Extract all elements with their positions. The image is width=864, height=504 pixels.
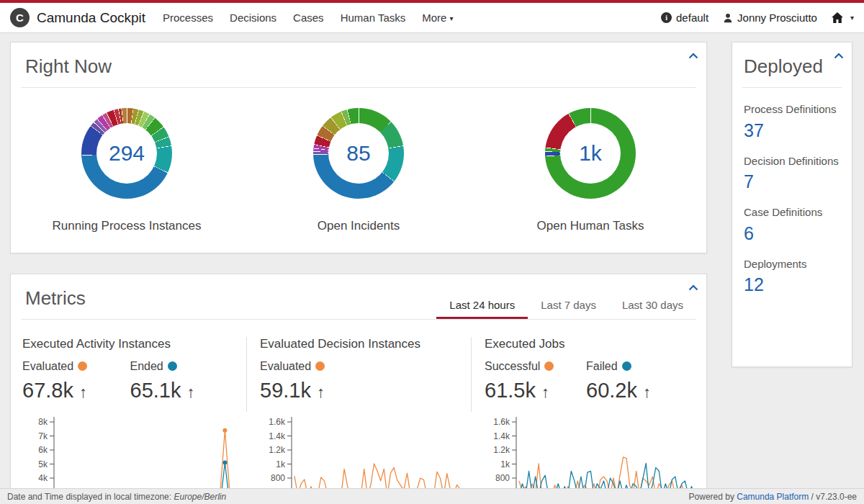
- user-name: Jonny Prosciutto: [737, 12, 817, 24]
- navbar: C Camunda Cockpit Processes Decisions Ca…: [0, 3, 864, 33]
- panel-title: Right Now: [11, 42, 706, 87]
- case-definitions-count[interactable]: 6: [744, 223, 840, 244]
- stat-failed: Failed 60.2k↑: [586, 360, 688, 402]
- main-nav: Processes Decisions Cases Human Tasks Mo…: [163, 12, 469, 24]
- stat-successful: Successful 61.5k↑: [485, 360, 586, 402]
- legend-dot-icon: [78, 361, 87, 371]
- trend-up-icon: ↑: [317, 383, 325, 401]
- svg-text:8k: 8k: [38, 417, 48, 427]
- trend-up-icon: ↑: [541, 383, 549, 401]
- legend-dot-icon: [622, 361, 631, 371]
- timezone-note: Date and Time displayed in local timezon…: [7, 492, 226, 502]
- svg-text:5k: 5k: [38, 459, 48, 469]
- panel-title: Metrics: [21, 274, 90, 319]
- deployed-item-label: Case Definitions: [744, 204, 840, 221]
- process-definitions-count[interactable]: 37: [744, 120, 840, 141]
- metric-title: Evaluated Decision Instances: [260, 337, 462, 351]
- metric-columns: Executed Activity Instances Evaluated 67…: [11, 320, 706, 504]
- tab-last-30-days[interactable]: Last 30 days: [609, 292, 696, 319]
- home-icon: [832, 12, 843, 23]
- metrics-panel: Metrics Last 24 hours Last 7 days Last 3…: [10, 274, 707, 504]
- navbar-right: i default Jonny Prosciutto ▾: [661, 12, 854, 24]
- tab-last-24-hours[interactable]: Last 24 hours: [436, 292, 528, 319]
- home-menu[interactable]: ▾: [832, 12, 854, 23]
- brand[interactable]: C Camunda Cockpit: [10, 8, 145, 27]
- svg-text:800: 800: [495, 473, 510, 483]
- timezone-value: Europe/Berlin: [174, 492, 226, 502]
- engine-selector[interactable]: i default: [661, 12, 708, 24]
- deployed-panel: Deployed Process Definitions 37 Decision…: [732, 42, 852, 367]
- chevron-down-icon: ▾: [449, 14, 453, 22]
- nav-cases[interactable]: Cases: [293, 12, 324, 24]
- right-now-panel: Right Now 294 Running Process Instances …: [10, 42, 707, 253]
- chevron-down-icon: ▾: [850, 14, 854, 22]
- metric-title: Executed Activity Instances: [22, 337, 238, 351]
- donut-row: 294 Running Process Instances 85 Open In…: [11, 88, 706, 233]
- stat-evaluated: Evaluated 59.1k↑: [260, 360, 375, 402]
- stat-value: 67.8k: [22, 379, 73, 402]
- decision-definitions-count[interactable]: 7: [744, 171, 840, 192]
- info-icon: i: [661, 12, 672, 23]
- trend-up-icon: ↑: [186, 383, 194, 401]
- open-incidents: 85 Open Incidents: [243, 108, 474, 233]
- donut-chart-open-incidents[interactable]: 85: [313, 108, 404, 199]
- camunda-logo: C: [10, 8, 30, 27]
- svg-text:7k: 7k: [38, 431, 48, 441]
- stat-value: 60.2k: [586, 379, 637, 402]
- trend-up-icon: ↑: [643, 383, 651, 401]
- stat-ended: Ended 65.1k↑: [130, 360, 238, 402]
- donut-label: Open Human Tasks: [474, 219, 706, 233]
- collapse-panel-icon[interactable]: [688, 49, 698, 62]
- deployed-item-label: Decision Definitions: [744, 153, 840, 170]
- svg-text:1.2k: 1.2k: [493, 445, 510, 455]
- collapse-panel-icon[interactable]: [834, 49, 844, 62]
- nav-processes[interactable]: Processes: [163, 12, 213, 24]
- stat-value: 65.1k: [130, 379, 181, 402]
- tab-last-7-days[interactable]: Last 7 days: [528, 292, 609, 319]
- deployed-item-label: Deployments: [744, 256, 840, 273]
- metric-col-executed-jobs: Executed Jobs Successful 61.5k↑ Failed 6…: [472, 337, 696, 504]
- metrics-range-tabs: Last 24 hours Last 7 days Last 30 days: [436, 292, 696, 319]
- camunda-platform-link[interactable]: Camunda Platform: [737, 492, 809, 502]
- metric-col-activity-instances: Executed Activity Instances Evaluated 67…: [22, 337, 247, 504]
- svg-text:6k: 6k: [38, 445, 48, 455]
- nav-more[interactable]: More▾: [422, 12, 453, 24]
- stat-value: 61.5k: [485, 379, 536, 402]
- deployments-count[interactable]: 12: [744, 274, 840, 295]
- trend-up-icon: ↑: [79, 383, 87, 401]
- footer: Date and Time displayed in local timezon…: [0, 488, 864, 504]
- svg-text:1k: 1k: [276, 459, 286, 469]
- svg-text:4k: 4k: [38, 473, 48, 483]
- svg-text:1.4k: 1.4k: [493, 431, 510, 441]
- collapse-panel-icon[interactable]: [688, 281, 698, 294]
- donut-value: 294: [96, 123, 157, 184]
- nav-decisions[interactable]: Decisions: [230, 12, 276, 24]
- donut-label: Open Incidents: [243, 219, 474, 233]
- open-human-tasks: 1k Open Human Tasks: [474, 108, 706, 233]
- svg-text:1.6k: 1.6k: [493, 417, 510, 427]
- svg-text:1k: 1k: [500, 459, 510, 469]
- stat-value: 59.1k: [260, 379, 311, 402]
- donut-chart-running-processes[interactable]: 294: [81, 108, 172, 199]
- donut-value: 85: [328, 123, 389, 184]
- donut-label: Running Process Instances: [11, 219, 243, 233]
- deployed-items: Process Definitions 37 Decision Definiti…: [732, 88, 852, 295]
- donut-value: 1k: [560, 123, 621, 184]
- svg-text:1.6k: 1.6k: [269, 417, 286, 427]
- stat-evaluated: Evaluated 67.8k↑: [22, 360, 130, 402]
- powered-by: Powered by Camunda Platform / v7.23.0-ee: [689, 492, 857, 502]
- deployed-item-label: Process Definitions: [744, 102, 840, 118]
- running-process-instances: 294 Running Process Instances: [11, 108, 243, 233]
- app-title: Camunda Cockpit: [37, 10, 145, 26]
- user-menu[interactable]: Jonny Prosciutto: [723, 12, 817, 24]
- svg-text:1.4k: 1.4k: [269, 431, 286, 441]
- metrics-header: Metrics Last 24 hours Last 7 days Last 3…: [21, 274, 696, 320]
- nav-human-tasks[interactable]: Human Tasks: [341, 12, 406, 24]
- legend-dot-icon: [168, 361, 177, 371]
- legend-dot-icon: [315, 361, 325, 371]
- metric-title: Executed Jobs: [485, 337, 688, 351]
- engine-name: default: [676, 12, 708, 24]
- svg-text:1.2k: 1.2k: [269, 445, 286, 455]
- donut-chart-open-human-tasks[interactable]: 1k: [545, 108, 636, 199]
- svg-text:800: 800: [271, 473, 285, 483]
